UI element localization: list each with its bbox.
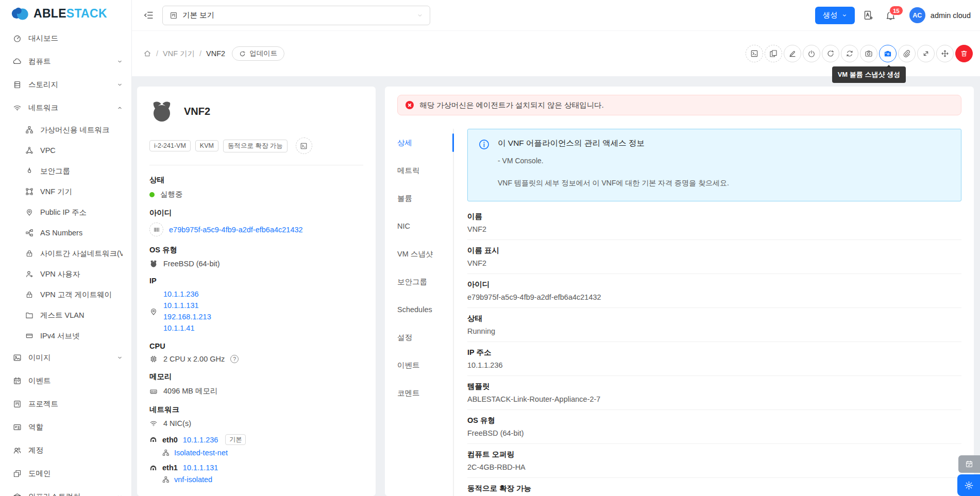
vpn-user-icon [25, 270, 33, 278]
breadcrumb-section[interactable]: VNF 기기 [163, 49, 195, 59]
tab-상세[interactable]: 상세 [397, 129, 453, 157]
sidebar-item-roles[interactable]: 역할 [0, 416, 131, 439]
sidebar-item-site-vpn[interactable]: 사이트간 사설네트워크(VP... [0, 243, 131, 264]
sidebar-item-vpc[interactable]: VPC [0, 140, 131, 161]
detail-value: 10.1.1.236 [467, 361, 961, 370]
agent-alert: 해당 가상머신은 에이전트가 설치되지 않은 상태입니다. [397, 95, 961, 115]
sidebar-item-security-group[interactable]: 보안그룹 [0, 161, 131, 181]
copy-icon [769, 49, 778, 58]
vpc-icon [25, 146, 33, 155]
ip-link[interactable]: 10.1.1.131 [163, 301, 211, 311]
sidebar-item-dashboard[interactable]: 대시보드 [0, 27, 131, 50]
vm-volume-snapshot-icon [884, 49, 892, 58]
ip-link[interactable]: 10.1.1.236 [163, 289, 211, 299]
edit-button[interactable] [784, 45, 801, 62]
event-timeline-fab[interactable] [958, 455, 980, 473]
vpn-gateway-icon [25, 290, 33, 299]
copy-button[interactable] [765, 45, 782, 62]
sidebar-item-vpn-gateway[interactable]: VPN 고객 게이트웨이 [0, 284, 131, 305]
sidebar-item-images[interactable]: 이미지 [0, 346, 131, 369]
notifications-button[interactable]: 15 [885, 10, 896, 21]
network-link[interactable]: Isolated-test-net [174, 449, 228, 457]
os-block: OS 유형 FreeBSD (64-bit) [149, 245, 363, 268]
tab-메트릭[interactable]: 메트릭 [397, 157, 453, 184]
destroy-button[interactable] [955, 45, 973, 62]
reboot-icon [826, 49, 835, 58]
menu-fold-icon[interactable] [143, 10, 154, 21]
security-group-icon [25, 167, 33, 175]
ip-link[interactable]: 192.168.1.213 [163, 312, 211, 322]
detail-value: FreeBSD (64-bit) [467, 429, 961, 438]
sidebar-item-vpn-user[interactable]: VPN 사용자 [0, 264, 131, 284]
create-button[interactable]: 생성 [815, 7, 855, 24]
nic-ip-link[interactable]: 10.1.1.236 [183, 436, 218, 444]
sidebar-item-accounts[interactable]: 계정 [0, 439, 131, 462]
network-block: 네트워크 4 NIC(s) eth0 10.1.1.236 기본 Isolate… [149, 405, 363, 484]
pin-icon [149, 307, 158, 316]
question-circle-icon[interactable]: ? [230, 355, 239, 363]
sidebar-item-as-numbers[interactable]: AS Numbers [0, 223, 131, 243]
tooltip: VM 볼륨 스냅샷 생성 [832, 66, 906, 83]
sidebar-item-vm-network[interactable]: 가상머신용 네트워크 [0, 119, 131, 140]
sidebar-item-vnf[interactable]: VNF 기기 [0, 181, 131, 202]
view-select[interactable]: 기본 보기 [162, 6, 430, 25]
sidebar-item-ipv4-subnet[interactable]: IPv4 서브넷 [0, 326, 131, 346]
memory-value: 4096 MB 메모리 [163, 386, 218, 396]
edit-icon [788, 49, 797, 58]
network-link[interactable]: vnf-isolated [174, 475, 212, 484]
tab-vm-스냅샷[interactable]: VM 스냅샷 [397, 240, 453, 268]
tab-이벤트[interactable]: 이벤트 [397, 351, 453, 379]
detail-label: 이름 표시 [467, 246, 961, 255]
sidebar-item-domains[interactable]: 도메인 [0, 462, 131, 485]
power-button[interactable] [803, 45, 820, 62]
home-icon[interactable] [143, 49, 151, 58]
attach-iso-button[interactable] [898, 45, 916, 62]
ip-link[interactable]: 10.1.1.41 [163, 323, 211, 333]
console-button[interactable] [296, 138, 312, 154]
user-name[interactable]: admin cloud [931, 11, 971, 20]
sidebar-item-network[interactable]: 네트워크 [0, 96, 131, 119]
detail-value: VNF2 [467, 225, 961, 234]
sidebar-item-infrastructure[interactable]: 인프라스트럭쳐 [0, 485, 131, 496]
images-icon [13, 353, 22, 362]
chevron-down-icon [417, 12, 423, 19]
avatar[interactable]: AC [909, 7, 925, 23]
tab-nic[interactable]: NIC [397, 212, 453, 240]
sidebar-item-public-ip[interactable]: Public IP 주소 [0, 202, 131, 223]
translate-icon[interactable] [863, 10, 874, 21]
ram-icon [149, 387, 158, 396]
vm-tags: i-2-241-VM KVM 동적으로 확장 가능 [149, 138, 363, 154]
ablestack-cloud-icon [10, 6, 30, 21]
vm-volume-snapshot-button[interactable] [879, 45, 897, 62]
sidebar-item-storage[interactable]: 스토리지 [0, 73, 131, 96]
scale-button[interactable] [917, 45, 935, 62]
detail-label: 아이디 [467, 280, 961, 289]
update-button[interactable]: 업데이트 [232, 46, 284, 61]
sidebar-item-compute[interactable]: 컴퓨트 [0, 50, 131, 73]
detail-value: 2C-4GB-RBD-HA [467, 463, 961, 472]
vm-detail-card: 해당 가상머신은 에이전트가 설치되지 않은 상태입니다. 상세메트릭볼륨NIC… [385, 87, 974, 496]
project-view-icon [170, 11, 178, 20]
tab-보안그룹[interactable]: 보안그룹 [397, 268, 453, 296]
sync-button[interactable] [841, 45, 858, 62]
vm-id-link[interactable]: e79b975f-a5c9-4fb9-a2df-efb6a4c21432 [169, 226, 303, 234]
nic-ip-link[interactable]: 10.1.1.131 [183, 464, 218, 472]
settings-fab[interactable] [957, 474, 980, 496]
sidebar-item-projects[interactable]: 프로젝트 [0, 392, 131, 416]
brand-logo[interactable]: ABLESTACK [0, 0, 131, 27]
sidebar-nav: 대시보드 컴퓨트 스토리지 네트워크 가상머신용 네트워크 VPC 보안그룹 V… [0, 27, 131, 496]
console-button[interactable] [746, 45, 763, 62]
tab-schedules[interactable]: Schedules [397, 296, 453, 323]
snapshot-camera-button[interactable] [860, 45, 877, 62]
detail-label: 동적으로 확장 가능 [467, 484, 961, 493]
migrate-button[interactable] [936, 45, 954, 62]
sidebar-item-events[interactable]: 이벤트 [0, 369, 131, 392]
destroy-icon [960, 49, 968, 58]
sidebar-item-guest-vlan[interactable]: 게스트 VLAN [0, 305, 131, 326]
tab-설정[interactable]: 설정 [397, 323, 453, 351]
error-icon [405, 101, 414, 109]
reboot-button[interactable] [822, 45, 839, 62]
tab-코멘트[interactable]: 코멘트 [397, 379, 453, 407]
tab-볼륨[interactable]: 볼륨 [397, 184, 453, 212]
attach-iso-icon [903, 49, 911, 58]
